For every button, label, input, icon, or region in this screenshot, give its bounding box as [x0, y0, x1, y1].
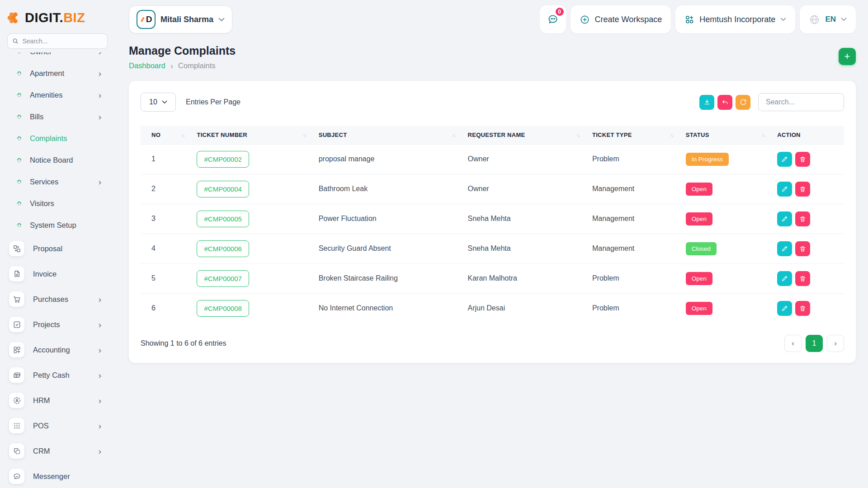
- sidebar-item-petty-cash[interactable]: Petty Cash ›: [7, 362, 108, 388]
- delete-button[interactable]: [795, 152, 810, 167]
- edit-button[interactable]: [777, 241, 792, 256]
- grid-plus-icon: [9, 342, 24, 357]
- chevron-right-icon: ›: [99, 371, 101, 380]
- sidebar-item-notice-board[interactable]: Notice Board: [7, 149, 108, 171]
- cell-requester: Owner: [468, 174, 592, 204]
- undo-button[interactable]: [717, 95, 732, 110]
- module-dot-icon: [16, 136, 22, 141]
- edit-button[interactable]: [777, 271, 792, 286]
- sidebar-item-owner[interactable]: Owner ›: [7, 52, 108, 62]
- module-dot-icon: [16, 157, 22, 163]
- ticket-number-link[interactable]: #CMP00002: [197, 151, 249, 168]
- sidebar-item-invoice[interactable]: Invoice: [7, 261, 108, 286]
- ticket-number-link[interactable]: #CMP00007: [197, 270, 249, 287]
- delete-button[interactable]: [795, 211, 810, 226]
- refresh-button[interactable]: [736, 95, 750, 110]
- pencil-icon: [781, 186, 788, 192]
- sidebar-item-services[interactable]: Services ›: [7, 171, 108, 192]
- column-header-no[interactable]: NO↑↓: [141, 126, 197, 144]
- sidebar-search: [7, 33, 108, 49]
- trash-icon: [799, 156, 806, 163]
- table-toolbar: 10 Entries Per Page: [141, 93, 844, 112]
- pagination-prev-button[interactable]: ‹: [784, 335, 802, 352]
- entries-per-page-select[interactable]: 10: [141, 93, 176, 112]
- sidebar-item-projects[interactable]: Projects ›: [7, 312, 108, 337]
- sidebar-item-proposal[interactable]: Proposal: [7, 236, 108, 261]
- sidebar-item-accounting[interactable]: Accounting ›: [7, 337, 108, 362]
- main-area: D Mitali Sharma 0: [115, 0, 868, 488]
- sidebar-item-system-setup[interactable]: System Setup: [7, 214, 108, 236]
- column-header-ticket-type[interactable]: TICKET TYPE↑↓: [592, 126, 686, 144]
- chevron-right-icon: ›: [99, 320, 101, 329]
- column-header-requester-name[interactable]: REQUESTER NAME↑↓: [468, 126, 592, 144]
- column-header-ticket-number[interactable]: TICKET NUMBER↑↓: [197, 126, 318, 144]
- chevron-right-icon: ›: [99, 295, 101, 304]
- edit-button[interactable]: [777, 301, 792, 316]
- sort-icon: ↑↓: [303, 132, 306, 138]
- trash-icon: [799, 216, 806, 222]
- cell-requester: Sneha Mehta: [468, 204, 592, 234]
- chevron-right-icon: ›: [170, 61, 173, 70]
- status-badge: Open: [686, 212, 712, 225]
- edit-button[interactable]: [777, 211, 792, 226]
- export-download-button[interactable]: [699, 95, 714, 110]
- sidebar-item-apartment[interactable]: Apartment ›: [7, 62, 108, 84]
- page-header: Manage Complaints Dashboard › Complaints…: [129, 41, 856, 70]
- delete-button[interactable]: [795, 271, 810, 286]
- status-badge: In Progress: [686, 153, 729, 166]
- breadcrumb-current: Complaints: [178, 61, 216, 70]
- sidebar-item-messenger[interactable]: Messenger: [7, 464, 108, 488]
- column-header-status[interactable]: STATUS↑↓: [686, 126, 777, 144]
- workspace-selector[interactable]: D Mitali Sharma: [129, 5, 232, 33]
- ticket-number-link[interactable]: #CMP00004: [197, 181, 249, 197]
- sidebar-item-amenities[interactable]: Amenities ›: [7, 84, 108, 106]
- cell-ticket-type: Management: [592, 174, 686, 204]
- sidebar-item-complaints[interactable]: Complaints: [7, 127, 108, 149]
- complaints-card: 10 Entries Per Page: [129, 81, 856, 363]
- cell-ticket-type: Management: [592, 204, 686, 234]
- trash-icon: [799, 305, 806, 312]
- cell-requester: Arjun Desai: [468, 293, 592, 323]
- company-selector[interactable]: Hemtush Incorporate: [675, 5, 795, 33]
- check-square-icon: [9, 317, 24, 332]
- pagination-page-1-button[interactable]: 1: [806, 335, 823, 352]
- language-selector[interactable]: EN: [800, 5, 856, 33]
- delete-button[interactable]: [795, 182, 810, 197]
- cell-ticket-type: Problem: [592, 144, 686, 174]
- column-header-subject[interactable]: SUBJECT↑↓: [319, 126, 468, 144]
- edit-button[interactable]: [777, 152, 792, 167]
- cell-requester: Owner: [468, 144, 592, 174]
- cell-subject: Power Fluctuation: [319, 204, 468, 234]
- table-search-input[interactable]: [758, 93, 844, 111]
- cell-subject: Security Guard Absent: [319, 234, 468, 263]
- sidebar-item-bills[interactable]: Bills ›: [7, 106, 108, 127]
- table-row: 5 #CMP00007 Broken Staircase Railing Kar…: [141, 263, 844, 293]
- edit-button[interactable]: [777, 182, 792, 197]
- module-dot-icon: [16, 70, 22, 76]
- cell-subject: No Internet Connection: [319, 293, 468, 323]
- sidebar-item-pos[interactable]: POS ›: [7, 413, 108, 438]
- sidebar-item-crm[interactable]: CRM ›: [7, 438, 108, 464]
- ticket-number-link[interactable]: #CMP00005: [197, 211, 249, 227]
- sort-icon: ↑↓: [452, 132, 455, 138]
- ticket-number-link[interactable]: #CMP00006: [197, 240, 249, 257]
- cell-subject: Bathroom Leak: [319, 174, 468, 204]
- pagination-next-button[interactable]: ›: [827, 335, 844, 352]
- sidebar-item-visitors[interactable]: Visitors: [7, 192, 108, 214]
- pencil-icon: [781, 216, 788, 222]
- chat-button[interactable]: 0: [540, 5, 566, 33]
- trash-icon: [799, 275, 806, 282]
- delete-button[interactable]: [795, 301, 810, 316]
- breadcrumb-dashboard-link[interactable]: Dashboard: [129, 61, 165, 70]
- sidebar-search-input[interactable]: [22, 38, 102, 45]
- chevron-right-icon: ›: [99, 178, 101, 186]
- ticket-number-link[interactable]: #CMP00008: [197, 300, 249, 317]
- add-complaint-button[interactable]: +: [839, 48, 856, 65]
- table-header-row: NO↑↓ TICKET NUMBER↑↓ SUBJECT↑↓ REQUESTER…: [141, 126, 844, 144]
- delete-button[interactable]: [795, 241, 810, 256]
- workspace-grid-icon: [684, 14, 694, 24]
- sidebar-item-purchases[interactable]: Purchases ›: [7, 286, 108, 312]
- sidebar-item-hrm[interactable]: HRM ›: [7, 388, 108, 413]
- pencil-icon: [781, 275, 788, 282]
- create-workspace-button[interactable]: Create Workspace: [571, 5, 671, 33]
